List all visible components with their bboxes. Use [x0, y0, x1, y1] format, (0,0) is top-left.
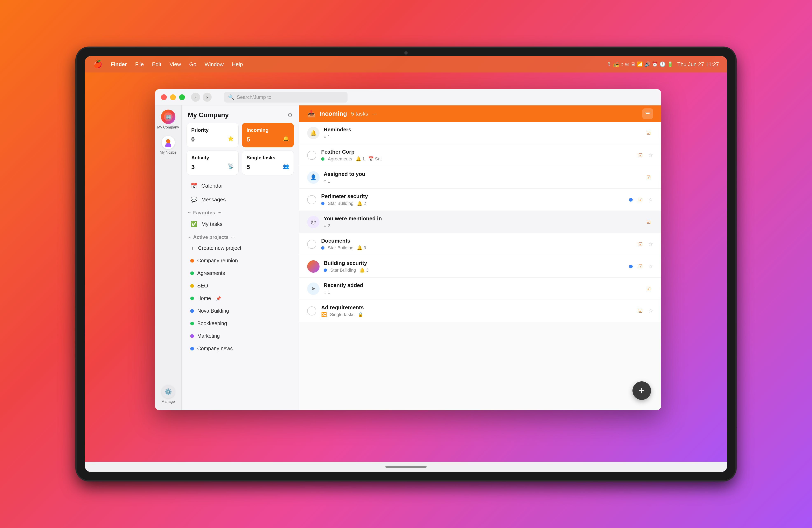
stat-incoming-value: 5	[247, 136, 250, 143]
sidebar-messages[interactable]: 💬 Messages	[184, 193, 296, 206]
building-actions: ☑ ☆	[629, 262, 653, 271]
project-nova-building[interactable]: Nova Building	[184, 305, 296, 317]
task-mentioned-info: You were mentioned in ○ 2	[324, 215, 644, 228]
project-marketing[interactable]: Marketing	[184, 330, 296, 342]
menu-file[interactable]: File	[135, 61, 144, 68]
perimeter-check[interactable]: ☑	[636, 195, 645, 204]
project-seo[interactable]: SEO	[184, 280, 296, 291]
people-icon: 👥	[283, 163, 289, 169]
nova-building-label: Nova Building	[197, 308, 229, 314]
workspace-icon-item[interactable]: 🏢 My Company	[157, 110, 179, 130]
feather-star[interactable]: ☆	[648, 152, 653, 158]
search-placeholder: Search/Jump to	[237, 94, 271, 100]
favorites-tilde: ~	[188, 210, 191, 216]
feather-actions: ☑ ☆	[636, 151, 653, 160]
macbook-frame: 🍎 Finder File Edit View Go Window Help 🎙…	[56, 27, 756, 501]
assigned-meta: ○ 1	[324, 179, 644, 184]
apple-logo-icon[interactable]: 🍎	[93, 60, 102, 69]
stat-incoming[interactable]: Incoming 5 🔔	[242, 123, 294, 147]
forward-button[interactable]: ›	[203, 93, 212, 102]
my-tasks-label: My tasks	[201, 221, 222, 227]
task-building-security[interactable]: Building security Star Building 🔔 3	[299, 255, 661, 277]
header-more-icon[interactable]: ···	[372, 111, 377, 117]
task-assigned-info: Assigned to you ○ 1	[324, 171, 644, 184]
sidebar-gear-icon[interactable]: ⚙	[287, 112, 293, 118]
task-ad-requirements[interactable]: Ad requirements 🔀 Single tasks 🔒 ☑	[299, 300, 661, 322]
stat-priority-value: 0	[191, 136, 195, 143]
bottom-bar	[85, 462, 727, 472]
screen-bezel: 🍎 Finder File Edit View Go Window Help 🎙…	[76, 48, 736, 480]
add-task-button[interactable]: +	[633, 381, 651, 400]
stat-priority-label: Priority	[191, 127, 234, 133]
project-bookkeeping[interactable]: Bookkeeping	[184, 317, 296, 329]
building-check[interactable]: ☑	[636, 262, 645, 271]
task-count: 5 tasks	[351, 111, 368, 117]
project-company-reunion[interactable]: Company reunion	[184, 255, 296, 267]
close-button[interactable]	[161, 94, 167, 100]
back-button[interactable]: ‹	[191, 93, 200, 102]
menubar: 🍎 Finder File Edit View Go Window Help 🎙…	[85, 56, 727, 72]
project-company-news[interactable]: Company news	[184, 343, 296, 354]
bookkeeping-label: Bookkeeping	[197, 320, 227, 326]
active-projects-more[interactable]: ···	[231, 234, 235, 240]
minimize-button[interactable]	[170, 94, 176, 100]
reminders-meta: ○ 1	[324, 134, 644, 139]
menu-help[interactable]: Help	[232, 61, 243, 68]
task-documents[interactable]: Documents Star Building 🔔 3 ☑	[299, 233, 661, 255]
reminders-icon: 🔔	[307, 127, 320, 139]
project-create-new[interactable]: + Create new project	[184, 242, 296, 254]
task-assigned[interactable]: 👤 Assigned to you ○ 1 ☑	[299, 167, 661, 189]
stat-activity[interactable]: Activity 3 📡	[187, 151, 238, 175]
assigned-check[interactable]: ☑	[644, 173, 653, 182]
stat-single[interactable]: Single tasks 5 👥	[242, 151, 294, 175]
sidebar-my-tasks[interactable]: ✅ My tasks	[184, 218, 296, 231]
menubar-left: 🍎 Finder File Edit View Go Window Help	[93, 60, 243, 69]
search-icon: 🔍	[228, 94, 234, 100]
task-perimeter[interactable]: Perimeter security Star Building 🔔 2	[299, 189, 661, 211]
feather-check[interactable]: ☑	[636, 151, 645, 160]
svg-point-2	[166, 139, 170, 143]
menu-finder[interactable]: Finder	[111, 61, 127, 68]
task-documents-info: Documents Star Building 🔔 3	[321, 238, 636, 251]
recently-check[interactable]: ☑	[644, 284, 653, 293]
perimeter-star[interactable]: ☆	[648, 197, 653, 203]
filter-button[interactable]	[642, 108, 653, 119]
favorites-more[interactable]: ···	[218, 210, 221, 215]
icon-sidebar: 🏢 My Company	[155, 105, 182, 410]
perimeter-meta: Star Building 🔔 2	[321, 201, 629, 206]
create-new-label: Create new project	[198, 245, 241, 251]
search-bar[interactable]: 🔍 Search/Jump to	[224, 92, 348, 102]
task-reminders[interactable]: 🔔 Reminders ○ 1 ☑	[299, 122, 661, 144]
menu-go[interactable]: Go	[189, 61, 197, 68]
building-star[interactable]: ☆	[648, 263, 653, 270]
manage-item[interactable]: ⚙️ Manage	[161, 385, 175, 404]
content-header: 📥 Incoming 5 tasks ···	[299, 105, 661, 122]
documents-check[interactable]: ☑	[636, 240, 645, 249]
menu-window[interactable]: Window	[205, 61, 223, 68]
ad-req-actions: ☑ ☆	[636, 306, 653, 315]
task-feather-corp[interactable]: Feather Corp Agreements 🔔 1 📅 Sat	[299, 144, 661, 167]
reminders-title: Reminders	[324, 126, 644, 133]
task-recently-added[interactable]: ➤ Recently added ○ 1 ☑	[299, 277, 661, 300]
ad-req-check[interactable]: ☑	[636, 306, 645, 315]
manage-icon: ⚙️	[162, 385, 175, 398]
documents-star[interactable]: ☆	[648, 241, 653, 247]
my-nozbe-item[interactable]: My Nozbe	[160, 136, 176, 155]
agreements-label: Agreements	[197, 270, 225, 276]
mentioned-icon: @	[307, 216, 320, 228]
task-mentioned[interactable]: @ You were mentioned in ○ 2 ☑	[299, 211, 661, 233]
sidebar-calendar[interactable]: 📅 Calendar	[184, 180, 296, 192]
reminders-check[interactable]: ☑	[644, 128, 653, 138]
stat-priority[interactable]: Priority 0 ⭐	[187, 123, 238, 147]
maximize-button[interactable]	[179, 94, 185, 100]
app-body: 🏢 My Company	[155, 105, 661, 410]
manage-label: Manage	[161, 400, 175, 404]
menu-edit[interactable]: Edit	[152, 61, 161, 68]
project-agreements[interactable]: Agreements	[184, 267, 296, 279]
active-projects-tilde: ~	[188, 234, 191, 240]
ad-req-star[interactable]: ☆	[648, 308, 653, 314]
project-home[interactable]: Home 📌	[184, 292, 296, 304]
assigned-icon: 👤	[307, 171, 320, 184]
mentioned-check[interactable]: ☑	[644, 217, 653, 227]
menu-view[interactable]: View	[170, 61, 181, 68]
